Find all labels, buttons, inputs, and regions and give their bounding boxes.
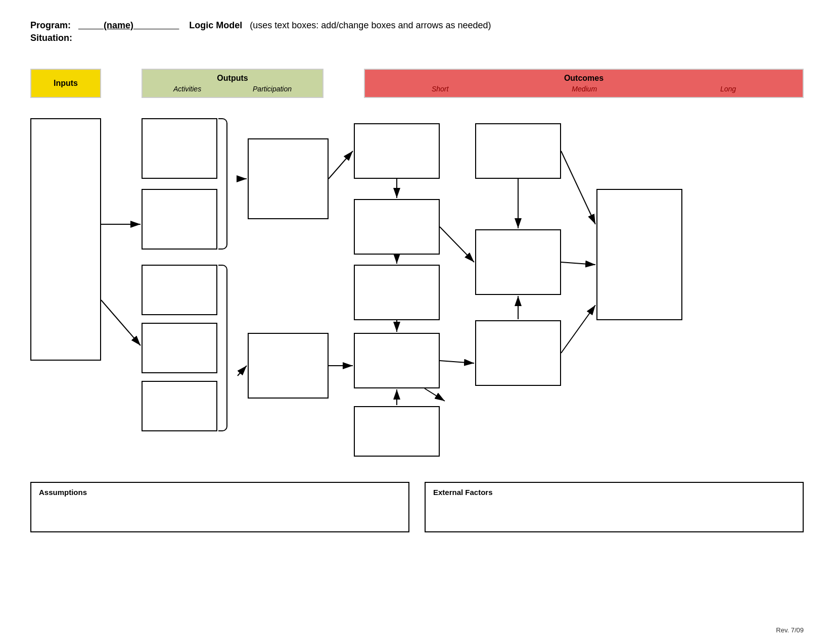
svg-line-4 (329, 151, 353, 179)
svg-line-17 (561, 305, 595, 353)
outcomes-title: Outcomes (564, 74, 604, 83)
diagram-canvas (30, 108, 804, 462)
outputs-sub1: Activities (173, 85, 201, 93)
revision-note: Rev. 7/09 (776, 626, 804, 634)
instructions-text: (uses text boxes: add/change boxes and a… (250, 20, 491, 30)
assumptions-title: Assumptions (39, 488, 401, 497)
column-headers-row: Inputs Outputs Activities Participation … (30, 69, 804, 98)
inputs-box[interactable] (30, 118, 101, 361)
svg-line-11 (440, 361, 474, 363)
activity-box-4[interactable] (142, 323, 217, 373)
external-factors-box[interactable]: External Factors (425, 482, 804, 532)
brace-bottom (218, 265, 227, 431)
outputs-header: Outputs Activities Participation (142, 69, 323, 98)
logic-model-label: Logic Model (189, 20, 242, 30)
bottom-section: Assumptions External Factors (30, 482, 804, 532)
medium-outcome-3[interactable] (475, 320, 561, 386)
long-outcome-1[interactable] (596, 189, 682, 320)
outputs-sub2: Participation (253, 85, 292, 93)
participation-box-2[interactable] (248, 333, 329, 399)
diagram-area: Inputs Outputs Activities Participation … (30, 69, 804, 462)
inputs-header: Inputs (30, 69, 101, 98)
header-line1: Program: _____(name)_________ Logic Mode… (30, 20, 804, 31)
activity-box-2[interactable] (142, 189, 217, 250)
participation-box-1[interactable] (248, 138, 329, 219)
medium-outcome-2[interactable] (475, 229, 561, 295)
external-factors-title: External Factors (433, 488, 795, 497)
outcomes-header: Outcomes Short Medium Long (364, 69, 804, 98)
outcomes-sub1: Short (432, 85, 448, 93)
activity-box-1[interactable] (142, 118, 217, 179)
activity-box-5[interactable] (142, 381, 217, 431)
svg-line-2 (101, 300, 141, 345)
svg-line-8 (238, 366, 247, 376)
situation-label: Situation: (30, 33, 804, 43)
outputs-title: Outputs (217, 74, 248, 83)
svg-line-12 (425, 388, 445, 401)
outcomes-sub2: Medium (572, 85, 597, 93)
document-header: Program: _____(name)_________ Logic Mode… (30, 20, 804, 43)
outcomes-sub3: Long (720, 85, 736, 93)
short-outcome-4[interactable] (354, 333, 440, 388)
svg-line-15 (561, 262, 595, 265)
short-outcome-2[interactable] (354, 199, 440, 255)
activity-box-3[interactable] (142, 265, 217, 315)
svg-line-14 (561, 151, 595, 224)
program-label: Program: (30, 20, 71, 30)
brace-top (218, 118, 227, 250)
short-outcome-3[interactable] (354, 265, 440, 320)
assumptions-box[interactable]: Assumptions (30, 482, 409, 532)
short-outcome-1[interactable] (354, 123, 440, 179)
medium-outcome-1[interactable] (475, 123, 561, 179)
short-outcome-5[interactable] (354, 406, 440, 457)
program-name: _____(name)_________ (78, 20, 179, 30)
svg-line-6 (440, 227, 474, 262)
